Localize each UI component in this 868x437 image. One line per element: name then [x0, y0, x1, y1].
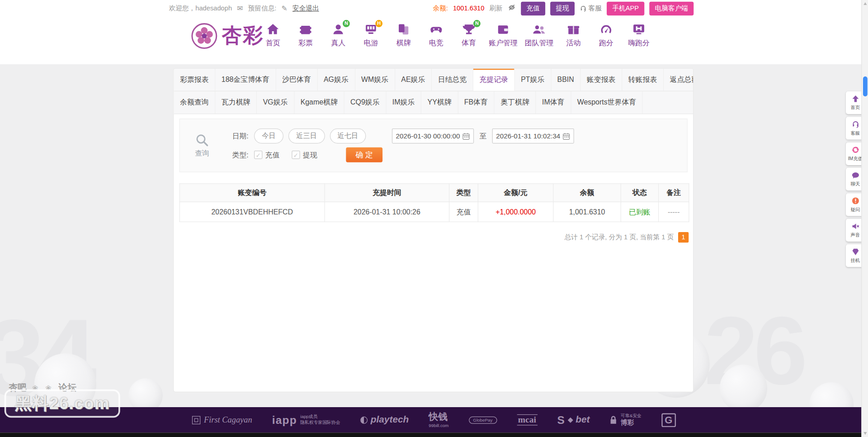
- nav-item-paofen[interactable]: 跑分: [594, 22, 619, 48]
- col-header-status: 状态: [621, 184, 658, 202]
- col-header-balance: 余额: [553, 184, 621, 202]
- cell-id: 20260131VBDEHHEFCD: [179, 202, 325, 222]
- quick-3days-button[interactable]: 近三日: [288, 128, 325, 143]
- tab-ae[interactable]: AE娱乐: [395, 69, 432, 91]
- partner-mcai: mcai: [517, 414, 537, 425]
- calendar-icon: [562, 132, 570, 140]
- nav-item-home[interactable]: 首页: [260, 22, 286, 48]
- checkbox-icon: ✓: [254, 151, 262, 159]
- tab-saba-sports[interactable]: 沙巴体育: [276, 69, 318, 91]
- nav-item-hi-paofen[interactable]: 嗨跑分: [626, 22, 651, 48]
- tab-im-sports[interactable]: IM体育: [536, 91, 571, 114]
- recharge-button[interactable]: 充值: [521, 1, 545, 15]
- gift-icon: [566, 22, 581, 37]
- type-label: 类型:: [224, 150, 249, 160]
- withdraw-checkbox[interactable]: ✓ 提现: [292, 150, 317, 160]
- tab-im-games[interactable]: IM娱乐: [386, 91, 421, 114]
- nav-item-sports[interactable]: N 体育: [456, 22, 481, 48]
- cell-type: 充值: [449, 202, 478, 222]
- decor-ball: [720, 365, 767, 412]
- tab-ag[interactable]: AG娱乐: [317, 69, 355, 91]
- partner-g-logo: G: [661, 413, 676, 427]
- calendar-icon: [462, 132, 470, 140]
- nav-item-live[interactable]: N 真人: [326, 22, 351, 48]
- quick-today-button[interactable]: 今日: [254, 128, 283, 143]
- recharge-checkbox[interactable]: ✓ 充值: [254, 150, 279, 160]
- cell-balance: 1,001.6310: [553, 202, 621, 222]
- eye-off-icon[interactable]: [508, 3, 516, 13]
- tiles-icon: [396, 22, 411, 37]
- cell-amount: +1,000.0000: [478, 202, 553, 222]
- nav-item-team[interactable]: 团队管理: [525, 22, 554, 48]
- col-header-remark: 备注: [659, 184, 689, 202]
- headset-icon: [851, 120, 859, 128]
- tab-wesports[interactable]: Wesports世界体育: [571, 91, 643, 114]
- pagination: 总计 1 个记录, 分为 1 页, 当前第 1 页 1: [179, 232, 689, 242]
- tab-balance-query[interactable]: 余额查询: [174, 91, 215, 114]
- scroll-up-arrow[interactable]: [863, 2, 867, 5]
- withdraw-button[interactable]: 提现: [550, 1, 575, 15]
- site-logo[interactable]: 杏彩: [191, 22, 264, 49]
- cell-status: 已到账: [621, 202, 658, 222]
- nav-item-lottery[interactable]: 彩票: [293, 22, 318, 48]
- page-1-button[interactable]: 1: [678, 232, 689, 242]
- tab-pt[interactable]: PT娱乐: [515, 69, 551, 91]
- seal-icon: [192, 416, 200, 424]
- site-watermark: 黑料26.com: [5, 390, 120, 418]
- vertical-scrollbar[interactable]: [861, 0, 868, 437]
- scrollbar-thumb[interactable]: [863, 76, 868, 96]
- tab-cq9[interactable]: CQ9娱乐: [344, 91, 387, 114]
- confirm-button[interactable]: 确 定: [346, 147, 382, 162]
- tab-transfer-report[interactable]: 转账报表: [622, 69, 664, 91]
- tab-row-1: 彩票报表 188金宝博体育 沙巴体育 AG娱乐 WM娱乐 AE娱乐 日结总览 充…: [174, 69, 693, 91]
- tab-account-change-report[interactable]: 账变报表: [580, 69, 622, 91]
- date-to-input[interactable]: [492, 128, 574, 143]
- pagination-summary: 总计 1 个记录, 分为 1 页, 当前第 1 页: [565, 233, 674, 242]
- pc-client-button[interactable]: 电脑客户端: [649, 1, 693, 15]
- edit-icon[interactable]: ✎: [281, 4, 287, 12]
- tab-rebate-total[interactable]: 返点总额: [664, 69, 693, 91]
- scroll-down-arrow[interactable]: [863, 432, 867, 435]
- mute-speaker-icon: [851, 222, 859, 230]
- query-filter: 查询 日期: 今日 近三日 近七日 至: [179, 119, 688, 172]
- tab-row-2: 余额查询 瓦力棋牌 VG娱乐 Kgame棋牌 CQ9娱乐 IM娱乐 YY棋牌 F…: [174, 91, 693, 114]
- tab-wm[interactable]: WM娱乐: [355, 69, 395, 91]
- nav-item-egames[interactable]: H 电游: [358, 22, 383, 48]
- refresh-icon: [851, 146, 859, 154]
- tab-wali-board[interactable]: 瓦力棋牌: [215, 91, 257, 114]
- partner-globepay: GlobePay: [469, 416, 497, 423]
- tab-yy-board[interactable]: YY棋牌: [421, 91, 458, 114]
- tab-188-sports[interactable]: 188金宝博体育: [215, 69, 276, 91]
- balance-value: 1001.6310: [453, 5, 484, 12]
- cell-time: 2026-01-31 10:00:26: [325, 202, 449, 222]
- exclamation-icon: [851, 197, 859, 205]
- mobile-app-button[interactable]: 手机APP: [607, 1, 644, 15]
- tab-aoding-board[interactable]: 奥丁棋牌: [495, 91, 536, 114]
- customer-service-link[interactable]: 客服: [580, 4, 602, 13]
- gamepad-icon: [429, 22, 443, 37]
- logout-link[interactable]: 安全退出: [292, 4, 319, 13]
- chat-bubble-icon: [851, 171, 859, 179]
- tab-daily-summary[interactable]: 日结总览: [432, 69, 473, 91]
- tab-fb-sports[interactable]: FB体育: [458, 91, 494, 114]
- tab-vg[interactable]: VG娱乐: [257, 91, 294, 114]
- tab-deposit-withdraw-records[interactable]: 充提记录: [473, 69, 515, 91]
- date-label: 日期:: [224, 131, 249, 141]
- page: 34 26 欢迎您，hadesadoph ✉ 预留信息: ✎ 安全退出 余额: …: [0, 0, 868, 437]
- partner-first-cagayan: First Cagayan: [192, 415, 252, 425]
- checkbox-icon: ✓: [292, 151, 300, 159]
- nav-item-boardgames[interactable]: 棋牌: [391, 22, 416, 48]
- nav-item-promotions[interactable]: 活动: [561, 22, 586, 48]
- col-header-amount: 金额/元: [478, 184, 553, 202]
- brand-name: 杏彩: [222, 22, 264, 49]
- tab-lottery-report[interactable]: 彩票报表: [174, 69, 215, 91]
- quick-7days-button[interactable]: 近七日: [330, 128, 366, 143]
- date-from-input[interactable]: [392, 128, 474, 143]
- refresh-link[interactable]: 刷新: [489, 4, 502, 13]
- nav-item-esports[interactable]: 电竞: [424, 22, 449, 48]
- nav-item-account[interactable]: 账户管理: [489, 22, 518, 48]
- lock-icon: [610, 415, 618, 424]
- tab-bbin[interactable]: BBIN: [551, 69, 580, 91]
- tab-kgame[interactable]: Kgame棋牌: [294, 91, 344, 114]
- col-header-type: 类型: [449, 184, 478, 202]
